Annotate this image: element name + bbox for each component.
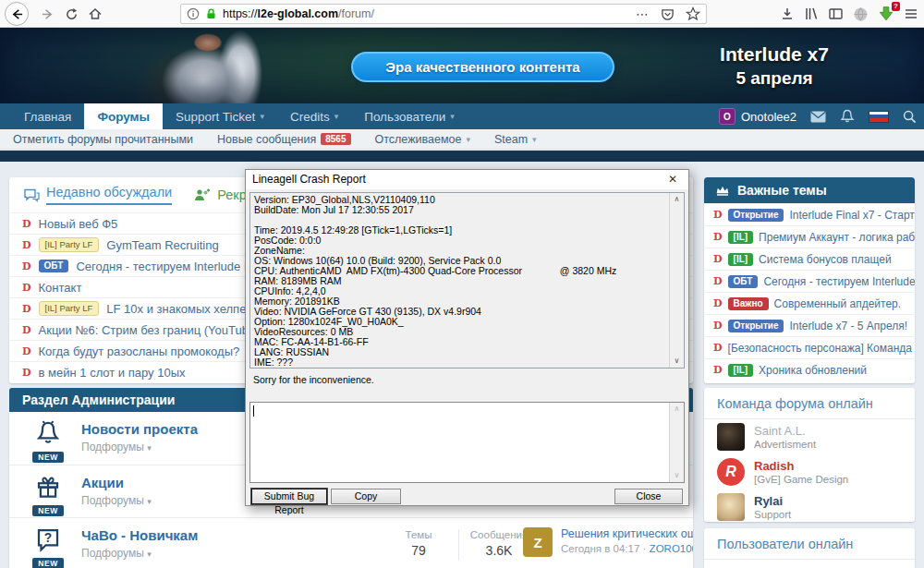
forward-button[interactable] <box>35 2 59 26</box>
search-icon[interactable] <box>903 110 917 124</box>
topic-link[interactable]: Сегодня - тестируем Interlude Final x7 <box>763 275 915 288</box>
globe-extension-icon[interactable] <box>853 6 869 22</box>
topic-link[interactable]: в мейн 1 слот и пару 10ых <box>39 366 186 380</box>
topic-link[interactable]: Премиум Аккаунт - логика работы <box>759 231 915 244</box>
topic-link[interactable]: Interlude x7 - 5 Апреля! <box>789 320 907 332</box>
unread-marker-icon: D <box>22 346 31 357</box>
pocket-icon[interactable] <box>661 7 675 21</box>
chevron-down-icon: ▾ <box>532 135 537 144</box>
crash-scrollbar[interactable]: ∧ ∨ <box>669 193 684 368</box>
back-button[interactable] <box>5 2 29 26</box>
comment-scrollbar[interactable]: ∧ ∨ <box>669 403 684 482</box>
copy-button[interactable]: Copy <box>331 489 401 504</box>
avatar[interactable]: R <box>717 458 745 486</box>
submit-bug-report-button[interactable]: Submit Bug Report <box>251 489 327 504</box>
subforums-toggle[interactable]: Подфорумы ▾ <box>81 547 152 560</box>
team-member-row[interactable]: R Radish[GvE] Game Design <box>704 454 915 489</box>
scroll-down-icon[interactable]: ∨ <box>670 355 684 368</box>
nav-item-users[interactable]: Пользователи▾ <box>351 103 468 129</box>
scroll-up-icon[interactable]: ∧ <box>670 193 684 206</box>
new-badge: NEW <box>32 558 63 568</box>
important-topic-row[interactable]: D[IL]Премиум Аккаунт - логика работы <box>704 225 915 248</box>
chevron-down-icon: ▾ <box>147 550 152 559</box>
member-name-link[interactable]: Saint A.L. <box>754 424 816 438</box>
forum-stats: Темы79 Сообщения3.6K <box>386 529 531 561</box>
latest-post-link[interactable]: Решения критических ошиб... <box>561 527 693 540</box>
latest-post-avatar[interactable]: Z <box>523 527 553 557</box>
member-name-link[interactable]: Radish <box>754 459 848 473</box>
unread-marker-icon: D <box>713 298 723 308</box>
bookmark-star-icon[interactable] <box>686 6 700 21</box>
menu-hamburger-icon[interactable] <box>904 6 918 21</box>
team-member-row[interactable]: Saint A.L.Advertisment <box>704 419 915 454</box>
scroll-down-icon[interactable]: ∨ <box>670 469 684 482</box>
topic-link[interactable]: Новый веб Ф5 <box>39 217 118 231</box>
banner-title: Interlude x7 <box>682 43 867 66</box>
new-messages-link[interactable]: Новые сообщения8565 <box>217 133 350 146</box>
crash-report-textbox[interactable]: Version: EP30_Global,NLS,V2110409,110 Bu… <box>249 192 685 369</box>
topic-link[interactable]: Система бонусов плащей <box>759 253 892 266</box>
avatar[interactable] <box>717 423 745 451</box>
site-info-icon[interactable] <box>187 7 200 20</box>
team-member-row[interactable]: RylaiSupport <box>704 489 915 522</box>
language-flag-russia[interactable] <box>869 111 889 123</box>
topic-badge: ОБТ <box>39 260 69 272</box>
nav-item-support-ticket[interactable]: Support Ticket▾ <box>163 103 277 129</box>
library-icon[interactable] <box>804 6 819 21</box>
steam-link[interactable]: Steam▾ <box>494 133 537 146</box>
subforums-toggle[interactable]: Подфорумы ▾ <box>81 441 152 453</box>
nav-item-home[interactable]: Главная <box>11 103 84 129</box>
topic-link[interactable]: [Безопасность персонажа] Команда .lock <box>728 342 915 355</box>
important-topic-row[interactable]: DОткрытиеInterlude x7 - 5 Апреля! <box>704 314 915 336</box>
close-button[interactable]: Close <box>614 489 683 504</box>
username[interactable]: Onotolee2 <box>741 110 796 124</box>
scroll-up-icon[interactable]: ∧ <box>670 403 684 416</box>
topic-badge: [IL] <box>728 253 754 266</box>
notifications-bell-icon[interactable] <box>840 109 855 124</box>
member-name-link[interactable]: Rylai <box>754 494 791 508</box>
user-avatar[interactable]: O <box>719 108 736 125</box>
url-text[interactable]: https://l2e-global.com/forum/ <box>223 7 636 20</box>
bug-comment-textarea[interactable]: ∧ ∨ <box>249 402 685 483</box>
nav-item-credits[interactable]: Credits▾ <box>277 103 351 129</box>
latest-post-author-link[interactable]: ZORO1000 <box>650 543 693 554</box>
important-topic-row[interactable]: DВажноСовременный апдейтер. <box>704 292 915 314</box>
svg-text:?: ? <box>44 531 52 545</box>
tab-recently-discussed[interactable]: Недавно обсуждали <box>24 185 172 205</box>
url-host: l2e-global.com <box>258 7 339 20</box>
close-icon[interactable]: ✕ <box>665 172 680 187</box>
topic-link[interactable]: Когда будут разосланы промокоды? <box>39 344 240 358</box>
important-topic-row[interactable]: DОБТСегодня - тестируем Interlude Final … <box>704 270 915 292</box>
nav-item-forums[interactable]: Форумы <box>84 103 163 129</box>
downloads-icon[interactable] <box>780 6 795 21</box>
important-topic-row[interactable]: D[IL]Хроника обновлений <box>704 358 915 381</box>
subforums-toggle[interactable]: Подфорумы ▾ <box>81 494 152 507</box>
topic-link[interactable]: Контакт <box>39 281 82 295</box>
topic-link[interactable]: Современный апдейтер. <box>774 297 902 310</box>
back-arrow-icon <box>10 7 24 21</box>
forum-row-faq[interactable]: ? NEW ЧаВо - Новичкам Подфорумы ▾ Темы79… <box>9 517 693 568</box>
important-topic-row[interactable]: D[IL]Система бонусов плащей <box>704 248 915 270</box>
sidebar-toggle-icon[interactable] <box>828 6 844 21</box>
important-topic-row[interactable]: DОткрытиеInterlude Final x7 - Старт сего… <box>704 203 915 225</box>
forum-title-link[interactable]: Новости проекта <box>81 421 198 437</box>
forum-title-link[interactable]: ЧаВо - Новичкам <box>81 527 198 543</box>
home-button[interactable] <box>83 2 107 26</box>
page-actions-button[interactable]: ⋯ <box>636 6 650 21</box>
topic-link[interactable]: Хроника обновлений <box>759 364 867 377</box>
forum-title-link[interactable]: Акции <box>81 475 124 490</box>
avatar[interactable] <box>717 493 745 521</box>
reload-button[interactable] <box>59 2 83 26</box>
messages-envelope-icon[interactable] <box>810 111 826 123</box>
site-banner[interactable]: Эра качественного контента Interlude x7 … <box>0 28 924 103</box>
important-topic-row[interactable]: D[Безопасность персонажа] Команда .lock <box>704 336 915 358</box>
unread-marker-icon: D <box>713 254 723 264</box>
topic-link[interactable]: GymTeam Recruiting <box>106 238 218 252</box>
users-online-card: Пользователи онлайн <box>704 528 915 568</box>
watched-content-link[interactable]: Отслеживаемое▾ <box>375 133 470 146</box>
download-helper-extension-icon[interactable]: ? <box>878 6 894 22</box>
topic-link[interactable]: Interlude Final x7 - Старт сегодня! <box>789 209 915 222</box>
mark-forums-read-link[interactable]: Отметить форумы прочитанными <box>13 133 193 146</box>
url-bar[interactable]: https://l2e-global.com/forum/ ⋯ <box>180 4 707 24</box>
comments-icon <box>24 188 40 202</box>
